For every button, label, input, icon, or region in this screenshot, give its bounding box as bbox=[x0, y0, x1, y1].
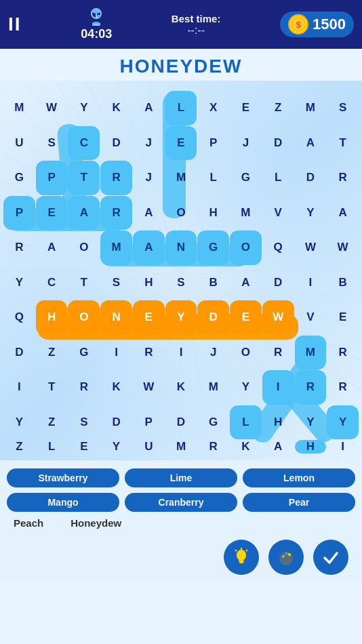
letter-grid: MWYKALXEZMSUSCDJEPJDATGPTRJMLGLDRPEARAOH… bbox=[0, 87, 362, 457]
grid-cell: W bbox=[295, 230, 327, 265]
pause-button[interactable]: II bbox=[8, 14, 22, 35]
grid-cell: M bbox=[3, 91, 35, 125]
grid-cell: G bbox=[197, 405, 229, 440]
grid-cell: R bbox=[3, 230, 35, 265]
best-time-value: --:-- bbox=[187, 24, 205, 37]
grid-cell: B bbox=[327, 266, 359, 300]
grid-cell: E bbox=[133, 300, 165, 335]
timer-display: 04:03 bbox=[81, 27, 112, 41]
grid-cell: U bbox=[133, 440, 165, 454]
grid-cell: G bbox=[197, 230, 229, 265]
grid-cell: M bbox=[100, 230, 132, 265]
grid-cell: R bbox=[327, 370, 359, 405]
grid-cell: R bbox=[262, 336, 294, 370]
grid-cell: W bbox=[327, 230, 359, 265]
grid-cell: S bbox=[36, 126, 68, 161]
grid-cell: A bbox=[36, 230, 68, 265]
grid-cell: I bbox=[295, 266, 327, 300]
grid-cell: W bbox=[262, 300, 294, 335]
svg-line-66 bbox=[235, 550, 237, 551]
word-chip-grid: StrawberryLimeLemonMangoCranberryPear bbox=[7, 468, 355, 512]
word-chip[interactable]: Strawberry bbox=[7, 468, 119, 487]
grid-cell: D bbox=[100, 126, 132, 161]
grid-cell: E bbox=[230, 91, 262, 125]
word-chip[interactable]: Lime bbox=[125, 468, 237, 487]
grid-cell: P bbox=[197, 126, 229, 161]
grid-cell: T bbox=[36, 370, 68, 405]
grid-cell: G bbox=[68, 336, 100, 370]
grid-cell: E bbox=[68, 440, 100, 454]
grid-cell: V bbox=[262, 196, 294, 230]
grid-cell: Z bbox=[36, 405, 68, 440]
grid-cell: I bbox=[327, 440, 359, 454]
grid-cell: D bbox=[100, 405, 132, 440]
grid-cell: S bbox=[327, 91, 359, 125]
grid-cell: W bbox=[36, 91, 68, 125]
grid-cell: Z bbox=[3, 440, 35, 454]
word-plain: Peach bbox=[14, 517, 43, 529]
word-list-section: StrawberryLimeLemonMangoCranberryPear Pe… bbox=[0, 460, 362, 534]
grid-cell: N bbox=[100, 300, 132, 335]
grid-cell: D bbox=[262, 126, 294, 161]
svg-rect-64 bbox=[239, 562, 243, 563]
grid-cell: O bbox=[165, 196, 197, 230]
bomb-button[interactable] bbox=[268, 540, 304, 575]
grid-cell: P bbox=[3, 196, 35, 230]
hint-button[interactable] bbox=[224, 540, 259, 575]
bomb-icon bbox=[277, 548, 296, 567]
best-time-section: Best time: --:-- bbox=[172, 13, 221, 37]
grid-cell: K bbox=[230, 440, 262, 454]
grid-cell: S bbox=[165, 266, 197, 300]
grid-cell: P bbox=[133, 405, 165, 440]
grid-cell: J bbox=[133, 126, 165, 161]
word-chip[interactable]: Cranberry bbox=[125, 493, 237, 512]
grid-cell: I bbox=[262, 370, 294, 405]
coins-value: 1500 bbox=[313, 16, 346, 33]
word-chip[interactable]: Lemon bbox=[243, 468, 355, 487]
grid-cell: R bbox=[197, 440, 229, 454]
grid-cell: V bbox=[295, 300, 327, 335]
grid-cell: H bbox=[295, 440, 327, 454]
svg-point-71 bbox=[282, 555, 285, 558]
grid-cell: L bbox=[197, 161, 229, 195]
grid-cell: Z bbox=[262, 91, 294, 125]
grid-cell: M bbox=[165, 161, 197, 195]
grid-cell: A bbox=[133, 196, 165, 230]
grid-cell: Y bbox=[165, 300, 197, 335]
grid-cell: G bbox=[3, 161, 35, 195]
grid-cell: P bbox=[36, 161, 68, 195]
grid-cell: D bbox=[262, 266, 294, 300]
grid-cell: T bbox=[68, 161, 100, 195]
grid-cell: R bbox=[327, 161, 359, 195]
svg-rect-69 bbox=[285, 552, 287, 555]
grid-cell: J bbox=[133, 161, 165, 195]
svg-text:$: $ bbox=[296, 20, 301, 30]
grid-cell: D bbox=[165, 405, 197, 440]
grid-cell: Y bbox=[100, 440, 132, 454]
grid-cell: Y bbox=[295, 405, 327, 440]
grid-cell: B bbox=[197, 266, 229, 300]
grid-cell: Q bbox=[3, 300, 35, 335]
grid-cell: O bbox=[68, 230, 100, 265]
grid-cell: J bbox=[197, 336, 229, 370]
check-button[interactable] bbox=[313, 540, 348, 575]
grid-cell: M bbox=[295, 91, 327, 125]
grid-cell: L bbox=[230, 405, 262, 440]
timer-icon bbox=[87, 8, 106, 27]
grid-cell: E bbox=[165, 126, 197, 161]
grid-cell: Y bbox=[230, 370, 262, 405]
word-chip[interactable]: Mango bbox=[7, 493, 119, 512]
grid-cell: O bbox=[230, 230, 262, 265]
grid-cell: E bbox=[327, 300, 359, 335]
grid-cell: O bbox=[68, 300, 100, 335]
grid-cell: H bbox=[133, 266, 165, 300]
grid-cell: L bbox=[165, 91, 197, 125]
grid-cell: D bbox=[197, 300, 229, 335]
word-chip[interactable]: Pear bbox=[243, 493, 355, 512]
grid-cell: A bbox=[133, 91, 165, 125]
grid-cell: M bbox=[197, 370, 229, 405]
grid-cell: R bbox=[68, 370, 100, 405]
timer-section: 04:03 bbox=[81, 8, 112, 41]
grid-cell: R bbox=[100, 161, 132, 195]
grid-cell: R bbox=[100, 196, 132, 230]
